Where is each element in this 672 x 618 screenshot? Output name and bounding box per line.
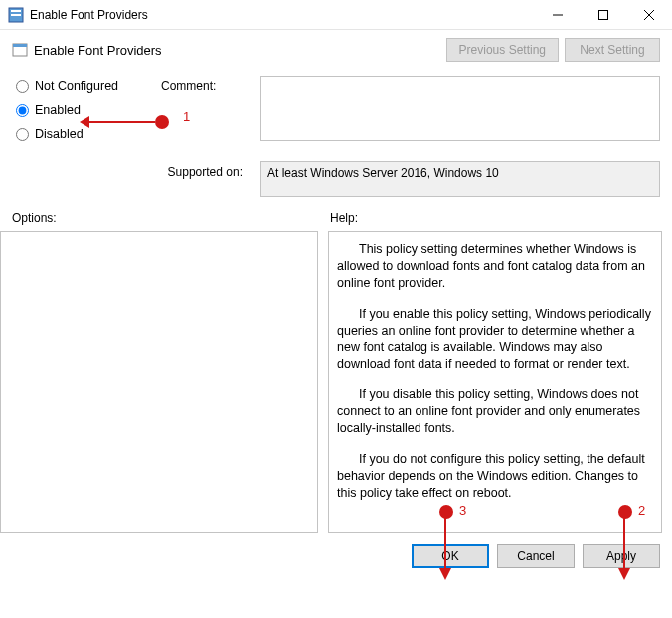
options-label: Options: <box>10 207 318 231</box>
options-pane[interactable] <box>0 231 318 533</box>
radio-disabled-input[interactable] <box>16 128 29 141</box>
radio-disabled[interactable]: Disabled <box>12 127 161 141</box>
window-controls <box>535 0 672 30</box>
radio-not-configured-label: Not Configured <box>35 79 118 93</box>
app-icon <box>8 7 24 23</box>
maximize-button[interactable] <box>581 0 626 30</box>
cancel-button[interactable]: Cancel <box>497 544 575 568</box>
maximize-icon <box>598 10 608 20</box>
svg-rect-8 <box>13 44 27 47</box>
panes: Options: Help: This policy setting deter… <box>0 207 672 533</box>
radio-enabled[interactable]: Enabled <box>12 103 161 117</box>
ok-button[interactable]: OK <box>412 544 489 568</box>
next-setting-button[interactable]: Next Setting <box>565 38 660 62</box>
svg-marker-12 <box>439 568 451 580</box>
svg-rect-1 <box>11 10 21 12</box>
window-title: Enable Font Providers <box>30 8 535 22</box>
radio-enabled-label: Enabled <box>35 103 81 117</box>
supported-on-label: Supported on: <box>12 161 251 179</box>
close-icon <box>644 10 654 20</box>
radio-not-configured[interactable]: Not Configured <box>12 79 161 93</box>
svg-rect-2 <box>11 14 21 16</box>
supported-on-row: Supported on: At least Windows Server 20… <box>0 161 672 207</box>
help-text: This policy setting determines whether W… <box>337 241 653 292</box>
subheader: Enable Font Providers Previous Setting N… <box>0 30 672 76</box>
help-text: If you enable this policy setting, Windo… <box>337 306 653 374</box>
policy-title: Enable Font Providers <box>34 43 440 58</box>
comment-input[interactable] <box>260 76 660 141</box>
svg-rect-4 <box>599 10 608 19</box>
close-button[interactable] <box>626 0 672 30</box>
policy-icon <box>12 42 28 58</box>
radio-group: Not Configured Enabled Disabled <box>12 76 161 157</box>
apply-button[interactable]: Apply <box>583 544 660 568</box>
previous-setting-button[interactable]: Previous Setting <box>446 38 559 62</box>
help-pane[interactable]: This policy setting determines whether W… <box>328 231 662 533</box>
dialog-footer: OK Cancel Apply <box>0 533 672 568</box>
svg-marker-10 <box>618 568 630 580</box>
radio-disabled-label: Disabled <box>35 127 84 141</box>
state-section: Not Configured Enabled Disabled Comment: <box>0 76 672 161</box>
help-text: If you do not configure this policy sett… <box>337 451 653 502</box>
radio-not-configured-input[interactable] <box>16 80 29 93</box>
minimize-button[interactable] <box>535 0 581 30</box>
radio-enabled-input[interactable] <box>16 104 29 117</box>
minimize-icon <box>553 10 563 20</box>
supported-on-field: At least Windows Server 2016, Windows 10 <box>260 161 660 197</box>
titlebar: Enable Font Providers <box>0 0 672 30</box>
help-text: If you disable this policy setting, Wind… <box>337 386 653 437</box>
help-label: Help: <box>328 207 662 231</box>
comment-label: Comment: <box>161 79 260 93</box>
